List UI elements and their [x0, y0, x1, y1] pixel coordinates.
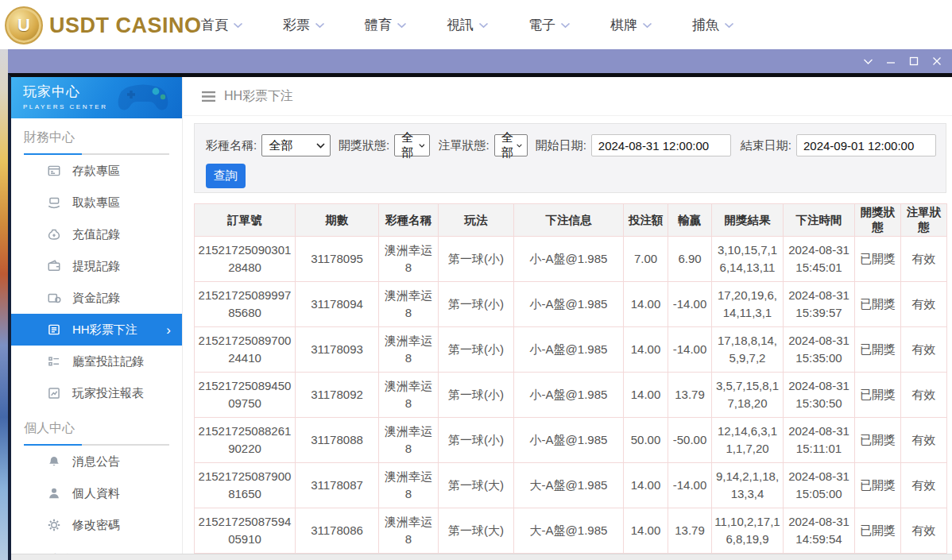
end-date-input[interactable]: [796, 134, 936, 156]
sidebar-item[interactable]: 消息公告: [11, 446, 182, 477]
table-cell: 已開獎: [855, 282, 901, 327]
brand-logo[interactable]: U USDT CASINO: [5, 6, 202, 44]
nav-item-5[interactable]: 電子: [509, 16, 590, 34]
table-cell: 2152172508790081650: [195, 463, 296, 508]
sidebar-item[interactable]: 資金記錄: [11, 282, 182, 314]
sidebar-item[interactable]: 存款專區: [11, 155, 182, 187]
nav-item-3[interactable]: 體育: [345, 16, 427, 34]
table-cell: 2024-08-31 15:39:57: [784, 282, 855, 327]
window-minimize-button[interactable]: [885, 56, 896, 67]
sidebar-item[interactable]: 個人資料: [11, 477, 182, 509]
column-header: 下注信息: [514, 204, 624, 237]
table-header-row: 訂單號期數彩種名稱玩法下注信息投注額輸贏開獎結果下注時間開獎狀態注單狀態: [195, 204, 947, 237]
order-status-label: 注單狀態:: [438, 138, 489, 153]
window-maximize-button[interactable]: [908, 56, 919, 67]
table-cell: 31178086: [296, 508, 379, 554]
nav-item-2[interactable]: 彩票: [263, 16, 345, 34]
table-cell: 2152172508759405910: [195, 508, 296, 554]
table-row: 215217250897002441031178093澳洲幸运8第一球(小)小-…: [195, 327, 947, 373]
withdraw-record-icon: [47, 259, 61, 273]
nav-item-label: 彩票: [283, 16, 310, 34]
table-cell: 大-A盤@1.985: [514, 463, 624, 508]
table-cell: -14.00: [668, 282, 712, 327]
sidebar-item[interactable]: 充值記錄: [11, 218, 182, 250]
table-cell: 第一球(小): [439, 282, 514, 327]
nav-item-1[interactable]: 首頁: [181, 16, 263, 34]
sidebar-item[interactable]: 玩家投注報表: [11, 377, 182, 409]
sidebar-item-label: 資金記錄: [72, 291, 120, 306]
chevron-down-icon: [397, 22, 407, 29]
sidebar-item[interactable]: HH彩票下注›: [11, 314, 182, 346]
nav-item-6[interactable]: 棋牌: [590, 16, 672, 34]
sidebar-header: 玩家中心 PLAYERS CENTER: [11, 77, 182, 118]
table-row: 215217250894500975031178092澳洲幸运8第一球(小)小-…: [195, 373, 947, 418]
nav-item-7[interactable]: 捕魚: [672, 16, 754, 34]
column-header: 開獎結果: [712, 204, 784, 237]
sidebar-item[interactable]: 取款專區: [11, 187, 182, 218]
chevron-down-icon: [316, 143, 325, 149]
table-cell: 第一球(小): [439, 373, 514, 418]
table-cell: 2152172508970024410: [195, 327, 296, 373]
draw-status-select[interactable]: 全部: [394, 134, 430, 156]
menu-hamburger-icon[interactable]: [201, 91, 216, 102]
table-cell: 有效: [901, 282, 947, 327]
sidebar-item-label: 玩家投注報表: [72, 386, 144, 401]
draw-status-label: 開獎狀態:: [339, 138, 389, 153]
table-cell: 澳洲幸运8: [379, 508, 439, 554]
main-content: HH彩票下注 彩種名稱: 全部 開獎狀態: 全部 注單狀態:: [184, 77, 952, 560]
table-row: 215217250879008165031178087澳洲幸运8第一球(大)大-…: [195, 463, 947, 508]
nav-item-4[interactable]: 視訊: [427, 16, 509, 34]
column-header: 開獎狀態: [855, 204, 901, 237]
chevron-down-icon: [419, 143, 425, 149]
sidebar-item-label: HH彩票下注: [72, 322, 137, 338]
lottery-name-select[interactable]: 全部: [261, 134, 331, 156]
nav-item-label: 視訊: [447, 16, 474, 34]
table-cell: 2152172508999785680: [195, 282, 296, 327]
sidebar-sections: 財務中心存款專區取款專區充值記錄提現記錄資金記錄HH彩票下注›廳室投註記錄玩家投…: [11, 118, 182, 560]
page-background-strip: [0, 49, 8, 560]
table-cell: 31178095: [296, 237, 379, 282]
table-cell: 已開獎: [855, 508, 901, 554]
sidebar-item[interactable]: 廳室投註記錄: [11, 346, 182, 377]
table-cell: 已開獎: [855, 237, 901, 282]
table-cell: 小-A盤@1.985: [514, 373, 624, 418]
window-dropdown-button[interactable]: [862, 56, 873, 67]
table-cell: -14.00: [668, 463, 712, 508]
table-cell: 9,14,2,1,18,13,3,4: [712, 463, 784, 508]
table-cell: 3,10,15,7,16,14,13,11: [712, 237, 784, 282]
table-cell: 14.00: [624, 508, 668, 554]
order-status-select[interactable]: 全部: [494, 134, 528, 156]
window-body: 玩家中心 PLAYERS CENTER 財務中心存款專區取款專區充值記錄提現記錄…: [8, 73, 952, 560]
table-cell: 澳洲幸运8: [379, 373, 439, 418]
table-cell: 12,14,6,3,11,1,7,20: [712, 418, 784, 463]
window-close-button[interactable]: [931, 56, 942, 67]
table-cell: 17,20,19,6,14,11,3,1: [712, 282, 784, 327]
window-bottom-strip: [11, 554, 952, 560]
table-cell: 大-A盤@1.985: [514, 508, 624, 554]
table-cell: 2024-08-31 15:30:50: [784, 373, 855, 418]
lottery-name-label: 彩種名稱:: [206, 138, 257, 153]
deposit-icon: [47, 164, 61, 178]
start-date-label: 開始日期:: [536, 138, 586, 153]
table-row: 215217250899978568031178094澳洲幸运8第一球(小)小-…: [195, 282, 947, 327]
table-cell: 小-A盤@1.985: [514, 237, 624, 282]
table-cell: 2152172508826190220: [195, 418, 296, 463]
table-cell: 澳洲幸运8: [379, 237, 439, 282]
sidebar-item[interactable]: 提現記錄: [11, 250, 182, 282]
sidebar-item[interactable]: 修改密碼: [11, 509, 182, 541]
hall-bet-records-icon: [47, 354, 61, 369]
sidebar-item-label: 提現記錄: [72, 259, 120, 274]
sidebar-item-label: 存款專區: [72, 164, 120, 179]
table-cell: 已開獎: [855, 373, 901, 418]
sidebar-item-label: 充值記錄: [72, 227, 120, 242]
table-cell: 14.00: [624, 327, 668, 373]
search-button[interactable]: 查詢: [206, 164, 246, 188]
table-cell: 已開獎: [855, 327, 901, 373]
table-cell: 2024-08-31 15:35:00: [784, 327, 855, 373]
start-date-input[interactable]: [591, 134, 731, 156]
table-cell: 有效: [901, 463, 947, 508]
table-cell: 第一球(大): [439, 508, 514, 554]
chevron-right-icon: ›: [166, 323, 171, 337]
column-header: 注單狀態: [901, 204, 947, 237]
table-cell: 31178092: [296, 373, 379, 418]
